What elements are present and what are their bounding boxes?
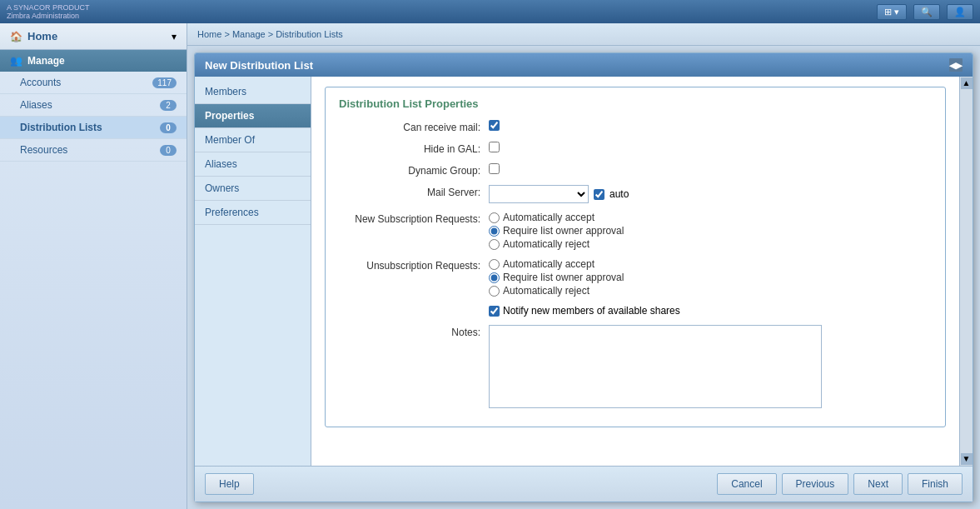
nav-aliases-label: Aliases: [205, 158, 237, 170]
new-distribution-list-dialog: New Distribution List ◀▶ Members Propert…: [194, 52, 973, 502]
nav-item-preferences[interactable]: Preferences: [195, 201, 311, 225]
nav-preferences-label: Preferences: [205, 207, 259, 218]
breadcrumb: Home > Manage > Distribution Lists: [187, 23, 980, 46]
nav-item-properties[interactable]: Properties: [195, 104, 311, 128]
sidebar: 🏠 Home ▾ 👥 Manage Accounts 117 Aliases 2…: [0, 23, 187, 509]
sidebar-home-label: Home: [27, 30, 57, 42]
mail-server-controls: auto: [489, 185, 629, 203]
dialog-expand-icon[interactable]: ◀▶: [949, 58, 963, 72]
help-button[interactable]: Help: [205, 473, 254, 495]
dynamic-group-row: Dynamic Group:: [339, 163, 932, 177]
unsub-auto-accept-radio[interactable]: [489, 259, 500, 270]
unsubscription-options: Automatically accept Require list owner …: [489, 258, 624, 297]
finish-button[interactable]: Finish: [908, 473, 963, 495]
mail-server-select[interactable]: [489, 185, 589, 203]
sidebar-aliases-badge: 2: [160, 100, 177, 111]
dialog-header: New Distribution List ◀▶: [195, 53, 973, 77]
dialog-header-actions: ◀▶: [949, 58, 963, 72]
unsub-require-owner-radio[interactable]: [489, 272, 500, 283]
previous-button[interactable]: Previous: [782, 473, 849, 495]
unsub-require-owner-label: Require list owner approval: [503, 272, 624, 283]
content-area: Home > Manage > Distribution Lists New D…: [187, 23, 980, 509]
nav-properties-label: Properties: [205, 110, 254, 122]
top-bar-user-btn[interactable]: 👤: [947, 4, 973, 20]
sub-auto-accept-radio[interactable]: [489, 212, 500, 223]
sidebar-resources-label: Resources: [20, 144, 67, 156]
cancel-button[interactable]: Cancel: [717, 473, 776, 495]
home-icon: 🏠: [10, 31, 22, 42]
sub-auto-reject-option[interactable]: Automatically reject: [489, 238, 624, 250]
notify-label: Notify new members of available shares: [503, 305, 680, 317]
sub-require-owner-option[interactable]: Require list owner approval: [489, 225, 624, 237]
dialog-title: New Distribution List: [205, 59, 313, 72]
nav-item-member-of[interactable]: Member Of: [195, 128, 311, 152]
can-receive-mail-checkbox-wrapper: [489, 120, 500, 131]
dialog-nav: Members Properties Member Of Aliases Own: [195, 77, 311, 466]
sub-require-owner-label: Require list owner approval: [503, 225, 624, 237]
hide-in-gal-row: Hide in GAL:: [339, 142, 932, 155]
hide-in-gal-checkbox[interactable]: [489, 142, 500, 152]
top-bar-actions: ⊞ ▾ 🔍 👤: [877, 4, 973, 20]
new-subscription-row: New Subscription Requests: Automatically…: [339, 212, 932, 250]
unsubscription-label: Unsubscription Requests:: [339, 258, 489, 272]
dynamic-group-checkbox[interactable]: [489, 163, 500, 174]
breadcrumb-text: Home > Manage > Distribution Lists: [197, 29, 343, 39]
scroll-down-btn[interactable]: ▼: [961, 453, 973, 465]
sidebar-item-distribution-lists[interactable]: Distribution Lists 0: [0, 117, 187, 139]
unsub-auto-accept-label: Automatically accept: [503, 258, 594, 270]
sidebar-resources-badge: 0: [160, 145, 177, 156]
new-subscription-label: New Subscription Requests:: [339, 212, 489, 225]
next-button[interactable]: Next: [853, 473, 903, 495]
nav-item-owners[interactable]: Owners: [195, 177, 311, 201]
unsub-auto-reject-radio[interactable]: [489, 286, 500, 297]
unsub-auto-reject-option[interactable]: Automatically reject: [489, 285, 624, 297]
properties-panel: Distribution List Properties Can receive…: [311, 77, 959, 466]
notes-row: Notes:: [339, 325, 932, 408]
unsub-require-owner-option[interactable]: Require list owner approval: [489, 272, 624, 283]
scroll-up-btn[interactable]: ▲: [961, 77, 973, 89]
top-bar: A SYNACOR PRODUCT Zimbra Administration …: [0, 0, 980, 23]
mail-server-row: Mail Server: auto: [339, 185, 932, 203]
dynamic-group-label: Dynamic Group:: [339, 163, 489, 177]
dialog-backdrop: New Distribution List ◀▶ Members Propert…: [187, 46, 980, 509]
app-logo: A SYNACOR PRODUCT Zimbra Administration: [7, 3, 90, 20]
mail-server-auto-checkbox[interactable]: [594, 189, 604, 200]
new-subscription-options: Automatically accept Require list owner …: [489, 212, 624, 250]
mail-server-auto-label: auto: [609, 188, 629, 200]
sub-auto-accept-option[interactable]: Automatically accept: [489, 212, 624, 223]
nav-member-of-label: Member Of: [205, 134, 255, 146]
nav-item-members[interactable]: Members: [195, 80, 311, 104]
top-bar-search-btn[interactable]: 🔍: [913, 4, 940, 20]
manage-icon: 👥: [10, 55, 22, 67]
notes-label: Notes:: [339, 325, 489, 338]
sidebar-home[interactable]: 🏠 Home ▾: [0, 23, 187, 50]
properties-group-title: Distribution List Properties: [339, 97, 932, 110]
sidebar-item-resources[interactable]: Resources 0: [0, 139, 187, 162]
sidebar-item-aliases[interactable]: Aliases 2: [0, 94, 187, 117]
vertical-scrollbar[interactable]: ▲ ▼: [959, 77, 973, 466]
sidebar-section-label: Manage: [27, 55, 65, 67]
notes-textarea[interactable]: [489, 325, 822, 408]
sidebar-aliases-label: Aliases: [20, 99, 52, 111]
sub-auto-accept-label: Automatically accept: [503, 212, 594, 223]
properties-group: Distribution List Properties Can receive…: [325, 87, 946, 427]
nav-item-aliases[interactable]: Aliases: [195, 152, 311, 177]
main-layout: 🏠 Home ▾ 👥 Manage Accounts 117 Aliases 2…: [0, 23, 980, 509]
nav-owners-label: Owners: [205, 182, 239, 194]
dialog-body: Members Properties Member Of Aliases Own: [195, 77, 973, 466]
sub-require-owner-radio[interactable]: [489, 226, 500, 237]
sub-auto-reject-label: Automatically reject: [503, 238, 589, 250]
notify-wrapper: Notify new members of available shares: [489, 305, 680, 317]
sidebar-accounts-badge: 117: [152, 77, 177, 88]
sidebar-dl-badge: 0: [160, 122, 177, 133]
top-bar-grid-btn[interactable]: ⊞ ▾: [877, 4, 907, 20]
hide-in-gal-checkbox-wrapper: [489, 142, 500, 152]
sidebar-item-accounts[interactable]: Accounts 117: [0, 72, 187, 94]
app-subtitle: A SYNACOR PRODUCT: [7, 3, 90, 12]
notify-checkbox[interactable]: [489, 306, 500, 317]
unsub-auto-accept-option[interactable]: Automatically accept: [489, 258, 624, 270]
can-receive-mail-row: Can receive mail:: [339, 120, 932, 133]
can-receive-mail-checkbox[interactable]: [489, 120, 500, 131]
can-receive-mail-label: Can receive mail:: [339, 120, 489, 133]
sub-auto-reject-radio[interactable]: [489, 239, 500, 250]
